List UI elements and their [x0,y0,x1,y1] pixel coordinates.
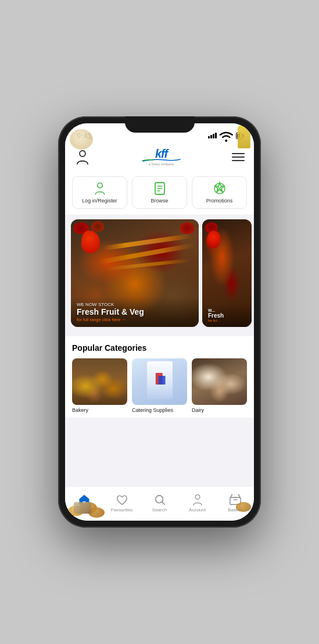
svg-point-0 [80,151,85,156]
banner-text-overlay: WE NOW STOCK Fresh Fruit & Veg for full … [71,297,199,327]
user-icon[interactable] [74,149,91,165]
dairy-label: Dairy [192,407,247,413]
quick-actions: Log in/Register Browse [65,172,254,215]
browse-icon [153,182,167,195]
banner-scroll: WE NOW STOCK Fresh Fruit & Veg for full … [65,219,254,327]
login-register-button[interactable]: Log in/Register [72,176,127,209]
category-dairy[interactable]: Dairy [192,358,247,413]
promotions-button[interactable]: Promotions [192,176,247,209]
svg-point-1 [97,183,102,188]
nav-account[interactable]: Account [178,493,216,513]
hamburger-menu-icon[interactable] [232,153,245,161]
account-nav-label: Account [189,507,206,513]
search-icon [153,493,166,506]
logo-subtitle: a Sysco company [149,162,174,166]
nav-search[interactable]: Search [141,493,178,513]
favourites-nav-label: Favourites [111,507,132,513]
banner-title: Fresh Fruit & Veg [77,307,193,317]
phone-screen: 9:41 [65,123,254,521]
secondary-banner-text: W... [208,308,246,312]
logo-text: kff [155,148,167,159]
bakery-label: Bakery [72,407,127,413]
nav-favourites[interactable]: Favourites [103,493,141,513]
secondary-banner-link: for ful... [208,319,246,322]
app-header: kff a Sysco company [65,144,254,172]
search-nav-label: Search [152,507,167,513]
account-icon [191,493,204,506]
bakery-image [72,358,127,405]
secondary-banner-title: Fresh [208,312,246,319]
catering-image [132,358,187,405]
heart-icon [116,493,128,506]
banner-card-secondary[interactable]: W... Fresh for ful... [202,219,252,327]
logo-swish [142,158,181,162]
signal-icon [208,133,217,138]
categories-grid: Bakery Catering Supplies [72,358,247,413]
categories-section: Popular Categories Bakery [65,336,254,418]
catering-label: Catering Supplies [132,407,187,413]
browse-button[interactable]: Browse [132,176,187,209]
banner-link[interactable]: for full range click here → [77,317,193,322]
notch [125,116,195,133]
dairy-image [192,358,247,405]
login-label: Log in/Register [82,198,117,204]
separator [65,332,254,336]
banner-subtitle: WE NOW STOCK [77,302,193,307]
browse-label: Browse [150,198,168,204]
banner-card-main[interactable]: WE NOW STOCK Fresh Fruit & Veg for full … [71,219,199,327]
category-bakery[interactable]: Bakery [72,358,127,413]
app-logo: kff a Sysco company [142,148,181,166]
promotions-label: Promotions [206,198,233,204]
promotions-icon [213,182,227,195]
svg-point-5 [195,494,200,499]
phone-frame: 9:41 [58,116,261,528]
login-icon [93,182,107,195]
wifi-icon [219,130,234,142]
banner-secondary-overlay: W... Fresh for ful... [202,304,252,327]
categories-title: Popular Categories [72,343,247,353]
category-catering[interactable]: Catering Supplies [132,358,187,413]
banner-section: WE NOW STOCK Fresh Fruit & Veg for full … [65,215,254,332]
main-content: WE NOW STOCK Fresh Fruit & Veg for full … [65,215,254,486]
